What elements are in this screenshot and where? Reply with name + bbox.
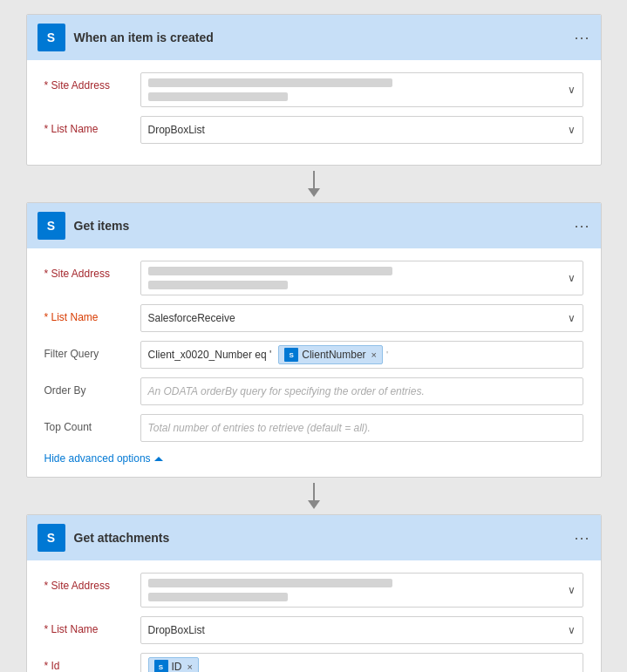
card1-list-name-value: DropBoxList [148, 124, 205, 136]
card2-site-address-input[interactable]: ∨ [140, 261, 583, 295]
card3-menu-button[interactable]: ··· [574, 529, 590, 547]
blurred-line-4 [148, 281, 288, 289]
card2-order-by-row: Order By An ODATA orderBy query for spec… [44, 377, 583, 405]
card1-title: When an item is created [74, 31, 214, 44]
sharepoint-icon-3: S [37, 524, 65, 552]
card2-list-name-arrow: ∨ [568, 312, 576, 324]
card3-header: S Get attachments ··· [27, 515, 601, 560]
card3-id-tag-icon: S [154, 660, 168, 672]
card3-id-tag-label: ID [172, 661, 182, 672]
blurred-line-6 [148, 593, 288, 601]
card1-body: Site Address ∨ List Name DropBoxList ∨ [27, 60, 601, 165]
card2-top-count-placeholder: Total number of entries to retrieve (def… [148, 422, 371, 434]
advanced-options-row: Hide advanced options [44, 451, 583, 465]
card2-menu-button[interactable]: ··· [574, 217, 590, 235]
card3-list-name-input[interactable]: DropBoxList ∨ [140, 616, 583, 644]
connector-2-line [313, 483, 315, 500]
connector-1 [308, 166, 320, 202]
card3-list-name-label: List Name [44, 616, 140, 635]
card2-top-count-label: Top Count [44, 414, 140, 433]
card1-site-address-arrow: ∨ [568, 84, 576, 96]
card3-site-address-row: Site Address ∨ [44, 573, 583, 608]
card1-header-left: S When an item is created [37, 24, 214, 51]
card3-id-input[interactable]: S ID × [140, 653, 583, 672]
card2-top-count-row: Top Count Total number of entries to ret… [44, 414, 583, 442]
card3-id-tag-close[interactable]: × [187, 662, 193, 672]
connector-1-arrow [308, 188, 320, 197]
card2-list-name-row: List Name SalesforceReceive ∨ [44, 304, 583, 332]
card1-header: S When an item is created ··· [27, 15, 601, 60]
card3-site-address-arrow: ∨ [568, 584, 576, 596]
card2-filter-query-row: Filter Query Client_x0020_Number eq ' S … [44, 341, 583, 369]
card2-filter-query-label: Filter Query [44, 341, 140, 360]
card2-filter-tag: S ClientNumber × [278, 345, 383, 364]
card3-body: Site Address ∨ List Name DropBoxList ∨ [27, 560, 601, 672]
card3-id-tag: S ID × [148, 657, 199, 672]
card2-site-address-arrow: ∨ [568, 272, 576, 284]
card3-id-row: Id S ID × [44, 653, 583, 672]
card1-list-name-row: List Name DropBoxList ∨ [44, 116, 583, 144]
card2-list-name-label: List Name [44, 304, 140, 323]
hide-advanced-options-button[interactable]: Hide advanced options [44, 452, 163, 465]
blurred-line-1 [148, 78, 392, 87]
connector-2-arrow [308, 500, 320, 509]
card3-list-name-row: List Name DropBoxList ∨ [44, 616, 583, 644]
card3-site-address-label: Site Address [44, 573, 140, 592]
sharepoint-icon-1: S [37, 24, 65, 51]
card2-site-blurred [148, 267, 392, 289]
hide-advanced-label: Hide advanced options [44, 452, 151, 465]
blurred-line-3 [148, 267, 392, 275]
card2-filter-suffix: ' [386, 350, 388, 360]
card3-list-name-arrow: ∨ [568, 624, 576, 636]
card2-filter-tag-label: ClientNumber [302, 349, 365, 361]
sharepoint-icon-2: S [37, 212, 65, 240]
card2-site-address-label: Site Address [44, 261, 140, 280]
card-when-item-created: S When an item is created ··· Site Addre… [26, 14, 602, 166]
card2-filter-query-input[interactable]: Client_x0020_Number eq ' S ClientNumber … [140, 341, 583, 369]
card2-body: Site Address ∨ List Name SalesforceRecei… [27, 248, 601, 477]
card1-site-address-row: Site Address ∨ [44, 72, 583, 107]
card1-site-address-label: Site Address [44, 72, 140, 92]
card2-header: S Get items ··· [27, 203, 601, 248]
card1-list-name-label: List Name [44, 116, 140, 135]
card2-order-by-input[interactable]: An ODATA orderBy query for specifying th… [140, 377, 583, 405]
blurred-line-2 [148, 92, 288, 101]
card3-site-blurred [148, 579, 392, 601]
card2-top-count-input[interactable]: Total number of entries to retrieve (def… [140, 414, 583, 442]
card-get-attachments: S Get attachments ··· Site Address ∨ [26, 514, 602, 672]
card1-site-address-input[interactable]: ∨ [140, 72, 583, 107]
card2-filter-tag-icon: S [284, 348, 298, 362]
card2-order-by-placeholder: An ODATA orderBy query for specifying th… [148, 385, 425, 397]
card2-title: Get items [74, 219, 130, 233]
connector-2 [308, 478, 320, 514]
card2-filter-prefix: Client_x0020_Number eq ' [148, 349, 272, 361]
card3-site-address-input[interactable]: ∨ [140, 573, 583, 608]
card3-header-left: S Get attachments [37, 524, 170, 552]
card-get-items: S Get items ··· Site Address ∨ Li [26, 202, 602, 478]
flow-container: S When an item is created ··· Site Addre… [14, 14, 613, 672]
card2-filter-tag-close[interactable]: × [371, 350, 377, 360]
card3-title: Get attachments [74, 531, 170, 545]
card1-menu-button[interactable]: ··· [574, 29, 590, 47]
card3-id-label: Id [44, 653, 140, 672]
card2-list-name-input[interactable]: SalesforceReceive ∨ [140, 304, 583, 332]
connector-1-line [313, 171, 315, 188]
card1-list-name-arrow: ∨ [568, 124, 576, 136]
card2-site-address-row: Site Address ∨ [44, 261, 583, 295]
card1-site-address-blurred [148, 78, 392, 101]
caret-up-icon [154, 457, 163, 461]
card3-list-name-value: DropBoxList [148, 624, 205, 636]
card2-order-by-label: Order By [44, 377, 140, 397]
card1-list-name-input[interactable]: DropBoxList ∨ [140, 116, 583, 144]
blurred-line-5 [148, 579, 392, 587]
card2-header-left: S Get items [37, 212, 130, 240]
card2-list-name-value: SalesforceReceive [148, 312, 235, 324]
